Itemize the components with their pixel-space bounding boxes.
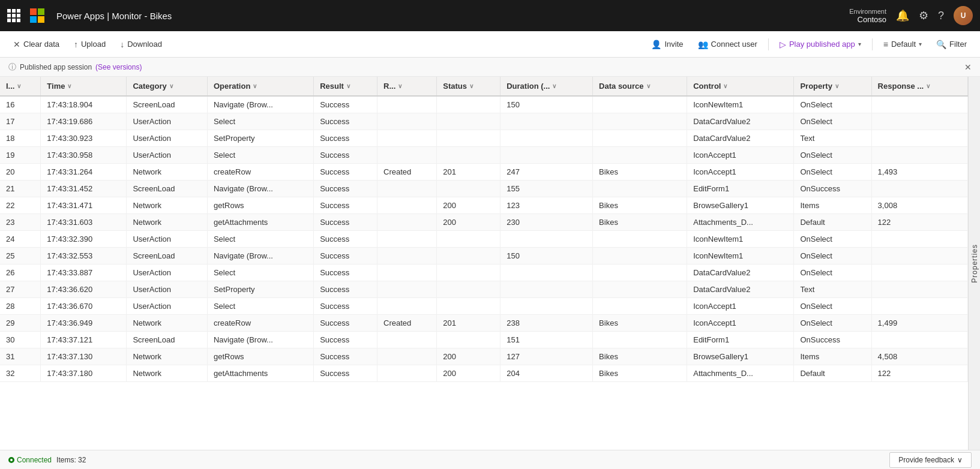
cell-duration: 204 — [501, 365, 593, 382]
see-versions-link[interactable]: (See versions) — [95, 63, 142, 71]
info-bar: ⓘ Published app session (See versions) ✕ — [0, 58, 980, 77]
table-row[interactable]: 3217:43:37.180NetworkgetAttachmentsSucce… — [0, 365, 968, 382]
cell-response — [871, 298, 967, 315]
items-count: Items: 32 — [56, 456, 86, 464]
cell-result: Success — [314, 281, 377, 298]
cell-control: IconNewItem1 — [687, 231, 794, 248]
toolbar-right: 👤 Invite 👥 Connect user ▷ Play published… — [645, 37, 973, 52]
col-category[interactable]: Category∨ — [127, 77, 208, 96]
info-close-button[interactable]: ✕ — [964, 62, 972, 72]
col-duration[interactable]: Duration (...∨ — [501, 77, 593, 96]
cell-time: 17:43:37.180 — [41, 365, 127, 382]
table-row[interactable]: 2617:43:33.887UserActionSelectSuccessDat… — [0, 264, 968, 281]
cell-control: IconAccept1 — [687, 298, 794, 315]
cell-response — [871, 332, 967, 348]
cell-operation: createRow — [207, 164, 313, 181]
properties-panel[interactable]: Properties — [968, 77, 980, 450]
cell-response — [871, 181, 967, 197]
cell-duration: 238 — [501, 315, 593, 332]
cell-duration: 150 — [501, 248, 593, 264]
toolbar: ✕ Clear data ↑ Upload ↓ Download 👤 Invit… — [0, 31, 980, 58]
filter-button[interactable]: 🔍 Filter — [930, 37, 973, 52]
table-row[interactable]: 2417:43:32.390UserActionSelectSuccessIco… — [0, 231, 968, 248]
notification-icon-btn[interactable]: 🔔 — [896, 9, 909, 22]
cell-category: Network — [127, 365, 208, 382]
col-datasource[interactable]: Data source∨ — [593, 77, 687, 96]
col-property[interactable]: Property∨ — [794, 77, 871, 96]
cell-status: 201 — [437, 164, 501, 181]
table-row[interactable]: 2717:43:36.620UserActionSetPropertySucce… — [0, 281, 968, 298]
table-row[interactable]: 2817:43:36.670UserActionSelectSuccessIco… — [0, 298, 968, 315]
clear-data-button[interactable]: ✕ Clear data — [7, 37, 65, 52]
cell-r — [377, 281, 437, 298]
download-button[interactable]: ↓ Download — [114, 37, 168, 52]
table-row[interactable]: 2017:43:31.264NetworkcreateRowSuccessCre… — [0, 164, 968, 181]
play-published-app-button[interactable]: ▷ Play published app ▾ — [774, 37, 867, 52]
col-response[interactable]: Response ...∨ — [871, 77, 967, 96]
table-row[interactable]: 1717:43:19.686UserActionSelectSuccessDat… — [0, 113, 968, 130]
col-result[interactable]: Result∨ — [314, 77, 377, 96]
col-operation[interactable]: Operation∨ — [207, 77, 313, 96]
cell-property: Default — [794, 365, 871, 382]
cell-datasource — [593, 281, 687, 298]
cell-id: 16 — [0, 96, 41, 113]
table-row[interactable]: 1617:43:18.904ScreenLoadNavigate (Brow..… — [0, 96, 968, 113]
invite-button[interactable]: 👤 Invite — [645, 37, 689, 52]
cell-property: OnSelect — [794, 231, 871, 248]
cell-r — [377, 248, 437, 264]
table-row[interactable]: 2517:43:32.553ScreenLoadNavigate (Brow..… — [0, 248, 968, 264]
table-row[interactable]: 3017:43:37.121ScreenLoadNavigate (Brow..… — [0, 332, 968, 348]
cell-control: IconNewItem1 — [687, 96, 794, 113]
clear-icon: ✕ — [13, 40, 20, 49]
cell-result: Success — [314, 332, 377, 348]
cell-duration: 123 — [501, 197, 593, 214]
cell-operation: getRows — [207, 197, 313, 214]
cell-time: 17:43:36.670 — [41, 298, 127, 315]
table-row[interactable]: 2117:43:31.452ScreenLoadNavigate (Brow..… — [0, 181, 968, 197]
cell-r — [377, 96, 437, 113]
data-table-container[interactable]: I...∨ Time∨ Category∨ Operation∨ Result∨… — [0, 77, 968, 450]
cell-status: 200 — [437, 214, 501, 231]
provide-feedback-button[interactable]: Provide feedback ∨ — [889, 452, 972, 468]
col-status[interactable]: Status∨ — [437, 77, 501, 96]
col-time[interactable]: Time∨ — [41, 77, 127, 96]
cell-r — [377, 197, 437, 214]
table-row[interactable]: 1917:43:30.958UserActionSelectSuccessIco… — [0, 147, 968, 164]
table-row[interactable]: 1817:43:30.923UserActionSetPropertySucce… — [0, 130, 968, 147]
cell-operation: Select — [207, 147, 313, 164]
cell-status — [437, 248, 501, 264]
cell-duration — [501, 147, 593, 164]
cell-operation: SetProperty — [207, 130, 313, 147]
settings-icon-btn[interactable]: ⚙ — [919, 9, 928, 22]
col-control[interactable]: Control∨ — [687, 77, 794, 96]
waffle-icon[interactable] — [7, 9, 20, 22]
cell-response: 4,508 — [871, 348, 967, 365]
cell-duration — [501, 264, 593, 281]
upload-button[interactable]: ↑ Upload — [68, 37, 112, 52]
cell-control: IconAccept1 — [687, 147, 794, 164]
cell-control: Attachments_D... — [687, 365, 794, 382]
avatar[interactable]: U — [954, 6, 973, 25]
cell-status — [437, 96, 501, 113]
help-icon-btn[interactable]: ? — [938, 10, 944, 22]
default-button[interactable]: ≡ Default ▾ — [877, 37, 928, 52]
cell-r — [377, 332, 437, 348]
cell-r — [377, 264, 437, 281]
col-id[interactable]: I...∨ — [0, 77, 41, 96]
cell-duration: 247 — [501, 164, 593, 181]
cell-datasource: Bikes — [593, 315, 687, 332]
cell-category: ScreenLoad — [127, 332, 208, 348]
cell-duration — [501, 113, 593, 130]
cell-status — [437, 264, 501, 281]
cell-result: Success — [314, 214, 377, 231]
table-row[interactable]: 3117:43:37.130NetworkgetRowsSuccess20012… — [0, 348, 968, 365]
cell-datasource — [593, 264, 687, 281]
cell-property: OnSelect — [794, 315, 871, 332]
cell-datasource — [593, 332, 687, 348]
table-row[interactable]: 2917:43:36.949NetworkcreateRowSuccessCre… — [0, 315, 968, 332]
col-r[interactable]: R...∨ — [377, 77, 437, 96]
connect-user-button[interactable]: 👥 Connect user — [692, 37, 763, 52]
cell-property: OnSelect — [794, 264, 871, 281]
table-row[interactable]: 2217:43:31.471NetworkgetRowsSuccess20012… — [0, 197, 968, 214]
table-row[interactable]: 2317:43:31.603NetworkgetAttachmentsSucce… — [0, 214, 968, 231]
